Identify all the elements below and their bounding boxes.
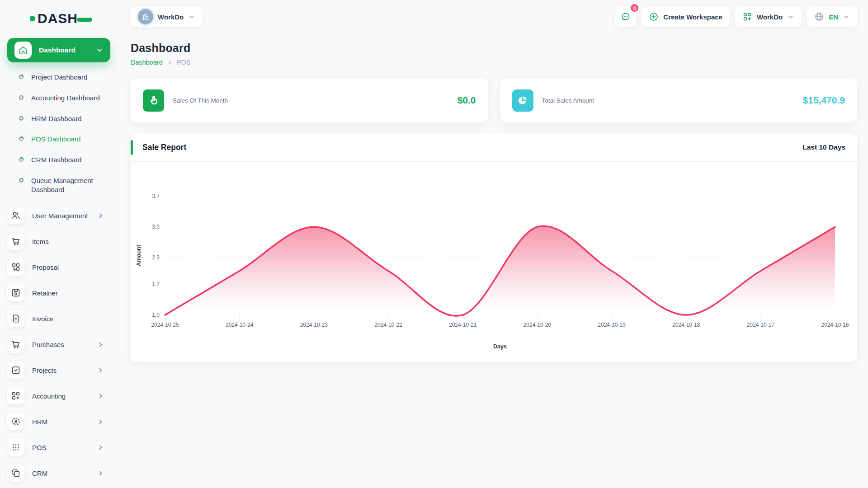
svg-text:Days: Days xyxy=(493,343,507,350)
sidebar-item-label: CRM xyxy=(32,469,47,477)
svg-text:1.7: 1.7 xyxy=(152,281,160,287)
sidebar-subitem-crm-dashboard[interactable]: CRM Dashboard xyxy=(7,150,110,170)
svg-text:2024-10-17: 2024-10-17 xyxy=(746,322,774,328)
sidebar-item-pos[interactable]: POS xyxy=(7,435,110,460)
proposal-icon xyxy=(7,258,24,276)
sidebar-menu: User ManagementItemsProposalRetainerInvo… xyxy=(7,203,110,486)
sale-report-title: Sale Report xyxy=(142,143,186,152)
sidebar-item-proposal[interactable]: Proposal xyxy=(7,254,110,280)
workspace-name: WorkDo xyxy=(158,13,184,21)
svg-text:2024-10-19: 2024-10-19 xyxy=(598,322,626,328)
stat-card-sales-of-this-month: Sales Of This Month $0.0 xyxy=(131,78,488,122)
sidebar-subitem-label: POS Dashboard xyxy=(31,135,80,144)
sidebar-item-items[interactable]: Items xyxy=(7,229,110,254)
sidebar-item-label: Proposal xyxy=(32,263,59,271)
stat-cards: Sales Of This Month $0.0 Total Sales Amo… xyxy=(131,78,857,122)
sidebar-item-label: User Management xyxy=(32,212,88,220)
sale-report-card: Sale Report Last 10 Days 3.73.02.31.71.0… xyxy=(131,133,857,362)
sidebar-subitem-queue-management-dashboard[interactable]: Queue Management Dashboard xyxy=(7,170,110,200)
sidebar-item-label: Purchases xyxy=(32,341,64,348)
stat-label: Sales Of This Month xyxy=(173,97,228,104)
frames-icon xyxy=(7,465,24,482)
messages-button[interactable]: 0 xyxy=(615,6,636,27)
chevron-right-icon xyxy=(97,367,104,374)
sidebar-item-label: HRM xyxy=(32,418,47,426)
svg-text:3.7: 3.7 xyxy=(152,193,160,199)
svg-text:2024-10-16: 2024-10-16 xyxy=(821,322,849,328)
workspace-selector[interactable]: WorkDo xyxy=(131,6,203,27)
sidebar-item-label: Accounting xyxy=(32,392,66,400)
workspace-dropdown[interactable]: WorkDo xyxy=(735,6,802,27)
sidebar-item-label: POS xyxy=(32,444,47,451)
sidebar-item-invoice[interactable]: Invoice xyxy=(7,306,110,332)
users-icon xyxy=(7,207,24,224)
globe-icon xyxy=(814,12,824,22)
messages-count-badge: 0 xyxy=(630,3,639,13)
breadcrumb-link-dashboard[interactable]: Dashboard xyxy=(131,59,163,66)
breadcrumb: Dashboard POS xyxy=(131,59,857,66)
dashboard-submenu: Project DashboardAccounting DashboardHRM… xyxy=(7,67,110,200)
sidebar-subitem-hrm-dashboard[interactable]: HRM Dashboard xyxy=(7,108,110,129)
stat-value: $0.0 xyxy=(458,95,476,106)
breadcrumb-current: POS xyxy=(177,59,191,66)
sidebar-item-label: Items xyxy=(32,238,49,245)
sidebar-item-label: Retainer xyxy=(32,289,58,297)
page-title: Dashboard xyxy=(131,42,857,55)
invoice-icon xyxy=(7,310,24,327)
sidebar-subitem-label: Project Dashboard xyxy=(31,73,87,82)
sidebar-item-label: Dashboard xyxy=(39,46,75,54)
grid-plus-icon xyxy=(742,12,752,22)
svg-text:2024-10-24: 2024-10-24 xyxy=(225,322,253,328)
sidebar-subitem-label: CRM Dashboard xyxy=(31,155,82,164)
logo-text: DASH xyxy=(38,12,78,25)
sidebar-item-projects[interactable]: Projects xyxy=(7,357,110,383)
top-bar: WorkDo 0 Create Workspace WorkDo EN xyxy=(131,3,857,31)
bullet-icon xyxy=(19,116,24,121)
workspace-dropdown-label: WorkDo xyxy=(757,13,783,21)
chevron-down-icon xyxy=(843,13,850,20)
check-square-icon xyxy=(7,361,24,379)
hrm-icon xyxy=(7,413,24,430)
sale-report-chart: 3.73.02.31.71.02024-10-252024-10-242024-… xyxy=(131,162,857,362)
top-bar-actions: 0 Create Workspace WorkDo EN xyxy=(615,6,857,27)
language-code: EN xyxy=(829,13,838,21)
svg-text:2024-10-18: 2024-10-18 xyxy=(672,322,700,328)
svg-text:2.3: 2.3 xyxy=(152,254,160,261)
sidebar-item-accounting[interactable]: Accounting xyxy=(7,383,110,409)
language-selector[interactable]: EN xyxy=(807,6,857,27)
sidebar-item-purchases[interactable]: Purchases xyxy=(7,332,110,357)
sidebar-subitem-label: Queue Management Dashboard xyxy=(31,176,108,194)
sidebar-subitem-accounting-dashboard[interactable]: Accounting Dashboard xyxy=(7,88,110,108)
sidebar-item-crm[interactable]: CRM xyxy=(7,460,110,486)
sidebar: DASH Dashboard Project DashboardAccounti… xyxy=(0,0,118,488)
grid-plus-icon xyxy=(7,387,24,404)
svg-text:1.0: 1.0 xyxy=(152,312,160,318)
sidebar-item-user-management[interactable]: User Management xyxy=(7,203,110,229)
cart-icon xyxy=(7,336,24,353)
sale-report-range-label: Last 10 Days xyxy=(802,143,845,151)
sidebar-item-label: Projects xyxy=(32,366,57,374)
svg-text:2024-10-20: 2024-10-20 xyxy=(523,322,551,328)
chevron-right-icon xyxy=(97,341,104,348)
sidebar-subitem-project-dashboard[interactable]: Project Dashboard xyxy=(7,67,110,88)
sidebar-subitem-label: Accounting Dashboard xyxy=(31,94,100,103)
main-content: WorkDo 0 Create Workspace WorkDo EN xyxy=(118,0,868,488)
create-workspace-label: Create Workspace xyxy=(663,13,722,21)
svg-text:2024-10-23: 2024-10-23 xyxy=(300,322,328,328)
chevron-right-icon xyxy=(97,470,104,477)
app-logo[interactable]: DASH xyxy=(30,12,110,25)
bullet-icon xyxy=(19,75,24,79)
create-workspace-button[interactable]: Create Workspace xyxy=(642,6,730,27)
sidebar-item-hrm[interactable]: HRM xyxy=(7,409,110,435)
sidebar-item-retainer[interactable]: Retainer xyxy=(7,280,110,306)
chevron-right-icon xyxy=(97,393,104,399)
building-icon xyxy=(138,9,153,24)
plus-circle-icon xyxy=(649,12,659,22)
sidebar-item-dashboard[interactable]: Dashboard xyxy=(7,38,110,62)
sidebar-subitem-pos-dashboard[interactable]: POS Dashboard xyxy=(7,129,110,150)
chevron-right-icon xyxy=(97,212,104,219)
logo-dash xyxy=(77,18,92,22)
chevron-down-icon xyxy=(787,13,794,20)
logo-dot xyxy=(30,16,35,21)
home-icon xyxy=(14,42,32,59)
